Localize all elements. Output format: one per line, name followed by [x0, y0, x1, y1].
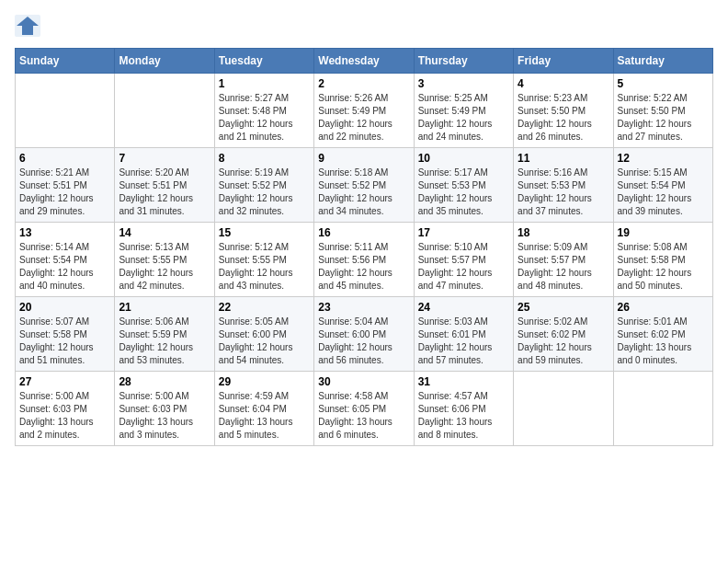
day-info: Sunrise: 5:26 AM Sunset: 5:49 PM Dayligh… [318, 92, 409, 144]
calendar-cell: 9Sunrise: 5:18 AM Sunset: 5:52 PM Daylig… [314, 148, 414, 223]
day-number: 27 [19, 375, 110, 388]
day-info: Sunrise: 5:21 AM Sunset: 5:51 PM Dayligh… [19, 167, 110, 218]
calendar-cell: 21Sunrise: 5:06 AM Sunset: 5:59 PM Dayli… [115, 297, 214, 372]
day-number: 11 [518, 152, 609, 165]
day-number: 21 [119, 301, 210, 314]
calendar-header-row: SundayMondayTuesdayWednesdayThursdayFrid… [16, 49, 713, 74]
day-header-sunday: Sunday [16, 49, 115, 74]
calendar-cell: 18Sunrise: 5:09 AM Sunset: 5:57 PM Dayli… [514, 223, 613, 297]
day-info: Sunrise: 5:14 AM Sunset: 5:54 PM Dayligh… [19, 241, 110, 293]
page-header [15, 15, 713, 37]
calendar-cell [115, 74, 214, 148]
day-number: 10 [418, 152, 509, 165]
calendar-cell [16, 74, 115, 148]
calendar-cell: 27Sunrise: 5:00 AM Sunset: 6:03 PM Dayli… [16, 372, 115, 446]
calendar-cell: 28Sunrise: 5:00 AM Sunset: 6:03 PM Dayli… [115, 372, 214, 446]
day-number: 12 [618, 152, 709, 165]
day-info: Sunrise: 5:10 AM Sunset: 5:57 PM Dayligh… [418, 241, 509, 293]
calendar-cell: 16Sunrise: 5:11 AM Sunset: 5:56 PM Dayli… [314, 223, 414, 297]
day-info: Sunrise: 4:57 AM Sunset: 6:06 PM Dayligh… [418, 390, 509, 442]
calendar-cell: 14Sunrise: 5:13 AM Sunset: 5:55 PM Dayli… [115, 223, 214, 297]
logo [15, 15, 42, 37]
day-info: Sunrise: 5:11 AM Sunset: 5:56 PM Dayligh… [318, 241, 409, 293]
calendar-table: SundayMondayTuesdayWednesdayThursdayFrid… [15, 48, 713, 446]
calendar-cell: 1Sunrise: 5:27 AM Sunset: 5:48 PM Daylig… [214, 74, 313, 148]
calendar-cell: 19Sunrise: 5:08 AM Sunset: 5:58 PM Dayli… [613, 223, 712, 297]
day-number: 8 [219, 152, 310, 165]
day-info: Sunrise: 5:27 AM Sunset: 5:48 PM Dayligh… [219, 92, 310, 144]
day-number: 7 [119, 152, 210, 165]
day-info: Sunrise: 5:05 AM Sunset: 6:00 PM Dayligh… [219, 316, 310, 367]
calendar-cell: 26Sunrise: 5:01 AM Sunset: 6:02 PM Dayli… [613, 297, 712, 372]
day-number: 28 [119, 375, 210, 388]
day-info: Sunrise: 5:00 AM Sunset: 6:03 PM Dayligh… [19, 390, 110, 442]
calendar-cell: 20Sunrise: 5:07 AM Sunset: 5:58 PM Dayli… [16, 297, 115, 372]
day-info: Sunrise: 5:07 AM Sunset: 5:58 PM Dayligh… [19, 316, 110, 367]
day-number: 9 [318, 152, 409, 165]
day-info: Sunrise: 5:06 AM Sunset: 5:59 PM Dayligh… [119, 316, 210, 367]
calendar-cell: 5Sunrise: 5:22 AM Sunset: 5:50 PM Daylig… [613, 74, 712, 148]
day-number: 29 [219, 375, 310, 388]
calendar-cell: 11Sunrise: 5:16 AM Sunset: 5:53 PM Dayli… [514, 148, 613, 223]
day-info: Sunrise: 5:15 AM Sunset: 5:54 PM Dayligh… [618, 167, 709, 218]
calendar-cell: 30Sunrise: 4:58 AM Sunset: 6:05 PM Dayli… [314, 372, 414, 446]
day-number: 31 [418, 375, 509, 388]
day-number: 20 [19, 301, 110, 314]
calendar-cell: 3Sunrise: 5:25 AM Sunset: 5:49 PM Daylig… [414, 74, 513, 148]
day-header-friday: Friday [514, 49, 613, 74]
day-info: Sunrise: 4:58 AM Sunset: 6:05 PM Dayligh… [318, 390, 409, 442]
day-info: Sunrise: 5:16 AM Sunset: 5:53 PM Dayligh… [518, 167, 609, 218]
day-info: Sunrise: 5:12 AM Sunset: 5:55 PM Dayligh… [219, 241, 310, 293]
day-number: 24 [418, 301, 509, 314]
calendar-cell: 17Sunrise: 5:10 AM Sunset: 5:57 PM Dayli… [414, 223, 513, 297]
day-info: Sunrise: 5:20 AM Sunset: 5:51 PM Dayligh… [119, 167, 210, 218]
calendar-week-row: 20Sunrise: 5:07 AM Sunset: 5:58 PM Dayli… [16, 297, 713, 372]
day-number: 16 [318, 226, 409, 239]
day-header-saturday: Saturday [613, 49, 712, 74]
calendar-cell: 23Sunrise: 5:04 AM Sunset: 6:00 PM Dayli… [314, 297, 414, 372]
calendar-cell: 6Sunrise: 5:21 AM Sunset: 5:51 PM Daylig… [16, 148, 115, 223]
day-info: Sunrise: 4:59 AM Sunset: 6:04 PM Dayligh… [219, 390, 310, 442]
calendar-cell: 15Sunrise: 5:12 AM Sunset: 5:55 PM Dayli… [214, 223, 313, 297]
day-info: Sunrise: 5:17 AM Sunset: 5:53 PM Dayligh… [418, 167, 509, 218]
day-number: 3 [418, 77, 509, 90]
day-info: Sunrise: 5:22 AM Sunset: 5:50 PM Dayligh… [618, 92, 709, 144]
day-number: 1 [219, 77, 310, 90]
day-info: Sunrise: 5:08 AM Sunset: 5:58 PM Dayligh… [618, 241, 709, 293]
calendar-cell: 24Sunrise: 5:03 AM Sunset: 6:01 PM Dayli… [414, 297, 513, 372]
calendar-week-row: 27Sunrise: 5:00 AM Sunset: 6:03 PM Dayli… [16, 372, 713, 446]
calendar-week-row: 6Sunrise: 5:21 AM Sunset: 5:51 PM Daylig… [16, 148, 713, 223]
day-info: Sunrise: 5:00 AM Sunset: 6:03 PM Dayligh… [119, 390, 210, 442]
calendar-cell [613, 372, 712, 446]
calendar-cell: 29Sunrise: 4:59 AM Sunset: 6:04 PM Dayli… [214, 372, 313, 446]
day-number: 30 [318, 375, 409, 388]
day-header-tuesday: Tuesday [214, 49, 313, 74]
calendar-cell: 10Sunrise: 5:17 AM Sunset: 5:53 PM Dayli… [414, 148, 513, 223]
calendar-cell: 31Sunrise: 4:57 AM Sunset: 6:06 PM Dayli… [414, 372, 513, 446]
day-info: Sunrise: 5:03 AM Sunset: 6:01 PM Dayligh… [418, 316, 509, 367]
logo-icon [15, 15, 40, 37]
day-info: Sunrise: 5:02 AM Sunset: 6:02 PM Dayligh… [518, 316, 609, 367]
calendar-cell [514, 372, 613, 446]
day-number: 4 [518, 77, 609, 90]
calendar-cell: 25Sunrise: 5:02 AM Sunset: 6:02 PM Dayli… [514, 297, 613, 372]
day-number: 18 [518, 226, 609, 239]
day-info: Sunrise: 5:04 AM Sunset: 6:00 PM Dayligh… [318, 316, 409, 367]
day-number: 22 [219, 301, 310, 314]
calendar-cell: 12Sunrise: 5:15 AM Sunset: 5:54 PM Dayli… [613, 148, 712, 223]
calendar-week-row: 1Sunrise: 5:27 AM Sunset: 5:48 PM Daylig… [16, 74, 713, 148]
day-number: 14 [119, 226, 210, 239]
calendar-cell: 7Sunrise: 5:20 AM Sunset: 5:51 PM Daylig… [115, 148, 214, 223]
day-number: 13 [19, 226, 110, 239]
day-info: Sunrise: 5:09 AM Sunset: 5:57 PM Dayligh… [518, 241, 609, 293]
day-number: 25 [518, 301, 609, 314]
calendar-week-row: 13Sunrise: 5:14 AM Sunset: 5:54 PM Dayli… [16, 223, 713, 297]
day-info: Sunrise: 5:23 AM Sunset: 5:50 PM Dayligh… [518, 92, 609, 144]
day-number: 19 [618, 226, 709, 239]
day-number: 26 [618, 301, 709, 314]
day-header-thursday: Thursday [414, 49, 513, 74]
calendar-cell: 22Sunrise: 5:05 AM Sunset: 6:00 PM Dayli… [214, 297, 313, 372]
day-number: 5 [618, 77, 709, 90]
calendar-cell: 13Sunrise: 5:14 AM Sunset: 5:54 PM Dayli… [16, 223, 115, 297]
day-number: 2 [318, 77, 409, 90]
